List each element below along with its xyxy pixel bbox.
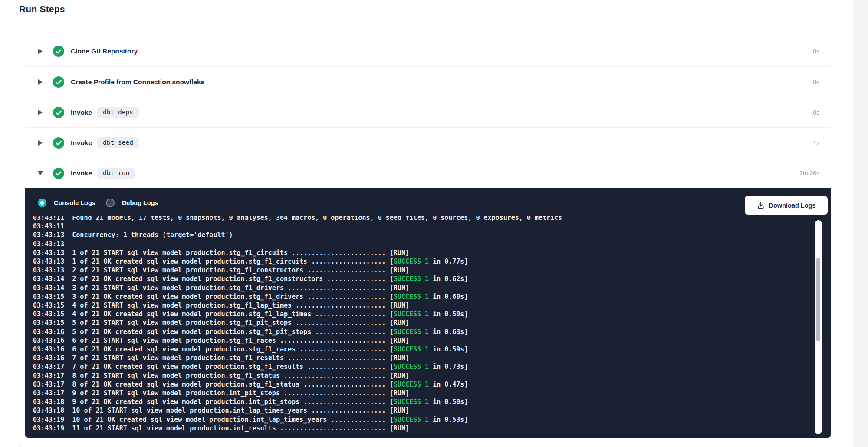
- log-status-success: SUCCESS 1: [394, 310, 429, 318]
- steps-rows: Clone Git Repository 0s Create Profile f…: [25, 36, 831, 188]
- log-status-text: in 0.47s: [433, 381, 464, 388]
- log-timestamp: 03:43:11: [33, 222, 64, 230]
- log-message: 8 of 21 START sql view model production.…: [72, 372, 280, 380]
- log-status: ..................... [SUCCESS 1 in 0.47…: [299, 381, 468, 388]
- log-status: .................... [SUCCESS 1 in 0.60s…: [303, 293, 468, 301]
- log-timestamp: 03:43:15: [33, 319, 64, 327]
- log-line: 03:43:179 of 21 START sql view model pro…: [33, 389, 810, 397]
- download-logs-button[interactable]: Download Logs: [745, 196, 828, 215]
- step-duration: 1s: [813, 139, 819, 146]
- log-line: 03:43:155 of 21 START sql view model pro…: [33, 318, 810, 327]
- log-message: 10 of 21 OK created sql view model produ…: [72, 416, 327, 424]
- log-message: 3 of 21 OK created sql view model produc…: [72, 293, 303, 301]
- next-card-top-corner: [19, 444, 25, 447]
- log-status-text: in 0.60s: [433, 293, 464, 301]
- chevron-right-icon[interactable]: [38, 49, 43, 54]
- chevron-right-icon[interactable]: [38, 110, 43, 115]
- log-line: 03:43:165 of 21 OK created sql view mode…: [33, 328, 810, 336]
- log-status-text: RUN: [394, 266, 405, 274]
- log-status-text: in 0.73s: [433, 363, 464, 371]
- step-label: Invoke: [71, 139, 92, 147]
- tab-console-logs-label: Console Logs: [54, 199, 95, 206]
- step-row[interactable]: Clone Git Repository 0s: [25, 36, 831, 66]
- log-status: ....................... [RUN]: [292, 319, 409, 327]
- log-timestamp: 03:43:18: [33, 398, 64, 406]
- log-line: 03:43:11Found 21 models, 17 tests, 0 sna…: [33, 216, 810, 222]
- log-status-text: RUN: [394, 372, 405, 380]
- log-line: 03:43:1910 of 21 OK created sql view mod…: [33, 415, 810, 424]
- log-line: 03:43:11: [33, 222, 810, 231]
- step-label: Create Profile from Connection snowflake: [71, 78, 204, 86]
- log-message: 4 of 21 OK created sql view model produc…: [72, 310, 311, 318]
- step-duration: 0s: [813, 79, 819, 86]
- step-duration: 0s: [813, 48, 819, 55]
- command-badge: dbt seed: [97, 137, 139, 148]
- log-message: 5 of 21 OK created sql view model produc…: [72, 328, 311, 336]
- log-message: 5 of 21 START sql view model production.…: [72, 319, 292, 327]
- download-icon: [757, 202, 765, 209]
- tab-debug-logs[interactable]: Debug Logs: [106, 199, 158, 207]
- success-check-icon: [53, 76, 64, 88]
- log-status: ......................... [RUN]: [284, 284, 409, 292]
- log-timestamp: 03:43:13: [33, 266, 64, 274]
- step-row[interactable]: Create Profile from Connection snowflake…: [25, 66, 831, 97]
- log-status-success: SUCCESS 1: [394, 381, 429, 388]
- log-scrollbar-track[interactable]: [815, 220, 822, 434]
- log-status-text: RUN: [394, 407, 405, 414]
- log-status-success: SUCCESS 1: [394, 345, 429, 353]
- log-view[interactable]: 03:43:11Found 21 models, 17 tests, 0 sna…: [33, 216, 810, 435]
- log-status: ..................... [SUCCESS 1 in 0.50…: [299, 398, 468, 406]
- page-right-gutter: [853, 0, 868, 447]
- log-status: .............. [SUCCESS 1 in 0.53s]: [327, 416, 468, 424]
- tab-debug-logs-label: Debug Logs: [122, 199, 158, 206]
- log-message: 11 of 21 START sql view model production…: [72, 424, 276, 432]
- log-line: 03:43:189 of 21 OK created sql view mode…: [33, 397, 810, 406]
- log-line: 03:43:153 of 21 OK created sql view mode…: [33, 292, 810, 301]
- log-message: 7 of 21 OK created sql view model produc…: [72, 363, 303, 371]
- log-message: 10 of 21 START sql view model production…: [72, 407, 307, 414]
- log-line: 03:43:1911 of 21 START sql view model pr…: [33, 424, 810, 433]
- log-status-success: SUCCESS 1: [394, 363, 429, 371]
- log-panel-header: Console Logs Debug Logs Download Logs: [25, 188, 831, 218]
- chevron-down-icon[interactable]: [38, 171, 43, 175]
- log-message: Found 21 models, 17 tests, 0 snapshots, …: [72, 216, 562, 222]
- log-status-text: in 0.50s: [433, 310, 464, 318]
- log-timestamp: 03:43:11: [33, 216, 64, 222]
- step-row[interactable]: Invoke dbt run 2m 26s: [25, 158, 831, 188]
- run-steps-card: Clone Git Repository 0s Create Profile f…: [25, 36, 831, 438]
- log-message: 1 of 21 START sql view model production.…: [72, 249, 288, 257]
- log-status-text: RUN: [394, 301, 405, 309]
- chevron-right-icon[interactable]: [38, 140, 43, 146]
- step-row[interactable]: Invoke dbt deps 0s: [25, 97, 831, 127]
- log-message: Concurrency: 1 threads (target='default'…: [72, 231, 233, 239]
- log-timestamp: 03:43:13: [33, 240, 64, 248]
- log-status-text: RUN: [394, 354, 405, 362]
- chevron-right-icon[interactable]: [38, 79, 43, 85]
- log-status: .................. [SUCCESS 1 in 0.63s]: [311, 328, 468, 336]
- log-line: 03:43:166 of 21 OK created sql view mode…: [33, 345, 810, 354]
- log-status-text: RUN: [394, 389, 405, 397]
- step-row[interactable]: Invoke dbt seed 1s: [25, 127, 831, 158]
- log-timestamp: 03:43:14: [33, 284, 64, 292]
- log-line: 03:43:177 of 21 OK created sql view mode…: [33, 362, 810, 371]
- command-badge: dbt deps: [97, 107, 139, 118]
- log-status-text: in 0.63s: [433, 328, 464, 336]
- log-status-text: RUN: [394, 319, 405, 327]
- log-timestamp: 03:43:13: [33, 231, 64, 239]
- tab-console-logs[interactable]: Console Logs: [38, 199, 95, 207]
- download-logs-label: Download Logs: [769, 202, 816, 209]
- success-check-icon: [53, 168, 64, 179]
- log-timestamp: 03:43:18: [33, 407, 64, 414]
- log-status: ........................... [RUN]: [276, 337, 409, 344]
- log-status-success: SUCCESS 1: [394, 275, 429, 283]
- step-duration: 0s: [813, 109, 819, 116]
- radio-unselected-icon: [106, 199, 115, 207]
- log-status-success: SUCCESS 1: [394, 328, 429, 336]
- log-timestamp: 03:43:15: [33, 310, 64, 318]
- log-line: 03:43:178 of 21 START sql view model pro…: [33, 371, 810, 380]
- log-line: 03:43:1810 of 21 START sql view model pr…: [33, 406, 810, 415]
- log-message: 2 of 21 START sql view model production.…: [72, 266, 303, 274]
- log-status-text: in 0.77s: [433, 258, 464, 265]
- log-scrollbar-thumb[interactable]: [816, 258, 820, 341]
- log-status: ....................... [RUN]: [292, 301, 409, 309]
